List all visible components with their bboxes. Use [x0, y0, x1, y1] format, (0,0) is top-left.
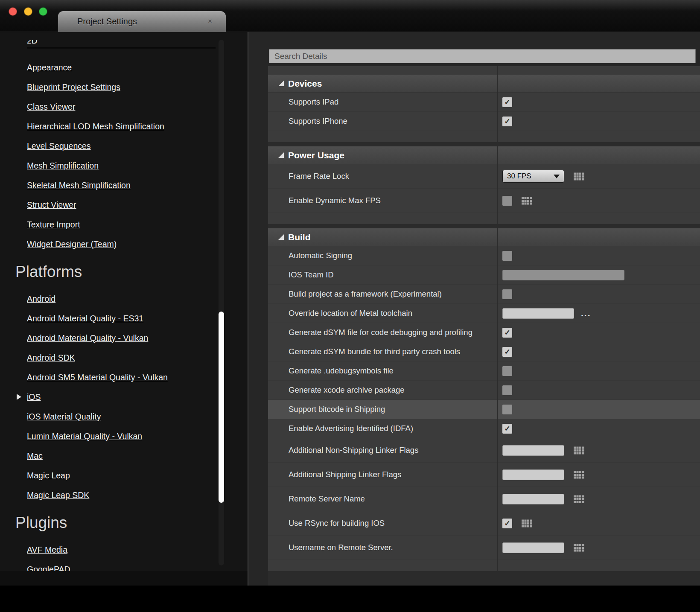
- frame-rate-lock-dropdown[interactable]: 30 FPS: [502, 170, 564, 183]
- supports-iphone-checkbox[interactable]: ✓: [502, 117, 512, 126]
- sidebar-item-2d[interactable]: 2D: [27, 40, 216, 47]
- build-project-as-a-framework-experimental-checkbox[interactable]: [502, 289, 512, 299]
- enable-dynamic-max-fps-checkbox[interactable]: [502, 196, 512, 206]
- sidebar-item-android-material-quality-vulkan[interactable]: Android Material Quality - Vulkan: [15, 328, 216, 348]
- support-bitcode-in-shipping-checkbox[interactable]: [502, 405, 512, 414]
- grid-icon[interactable]: [574, 446, 584, 455]
- property-value-cell: [497, 542, 700, 553]
- sidebar-item-android-material-quality-es31[interactable]: Android Material Quality - ES31: [15, 309, 216, 328]
- sidebar-item-class-viewer[interactable]: Class Viewer: [15, 97, 216, 117]
- username-on-remote-server-input[interactable]: [502, 542, 564, 553]
- column-divider: [497, 228, 498, 571]
- generate-udebugsymbols-file-checkbox[interactable]: [502, 366, 512, 376]
- override-location-of-metal-toolchain-input[interactable]: [502, 308, 574, 319]
- minimize-window-button[interactable]: [24, 7, 32, 16]
- property-row-ios-team-id: IOS Team ID: [268, 265, 700, 285]
- section-header-build[interactable]: Build: [268, 228, 700, 246]
- sidebar-item-label: Android: [27, 294, 55, 304]
- collapse-triangle-icon: [278, 152, 284, 158]
- grid-icon[interactable]: [574, 471, 584, 479]
- grid-icon[interactable]: [522, 519, 532, 527]
- grid-icon[interactable]: [522, 197, 532, 205]
- sidebar-item-label: GooglePAD: [27, 565, 70, 571]
- property-label: Supports IPad: [268, 97, 497, 107]
- property-label: Generate dSYM file for code debugging an…: [268, 328, 497, 337]
- property-row-generate-udebugsymbols-file: Generate .udebugsymbols file: [268, 361, 700, 381]
- sidebar-item-blueprint-project-settings[interactable]: Blueprint Project Settings: [15, 77, 216, 97]
- property-value-cell: [497, 494, 700, 504]
- sidebar-item-label: Appearance: [27, 63, 72, 73]
- property-label: Generate xcode archive package: [268, 385, 497, 395]
- maximize-window-button[interactable]: [39, 7, 47, 16]
- search-details-input[interactable]: [269, 49, 696, 63]
- details-top-strip: [268, 66, 700, 75]
- sidebar-item-mac[interactable]: Mac: [15, 446, 216, 466]
- property-label: Supports IPhone: [268, 117, 497, 126]
- sidebar-item-label: Magic Leap SDK: [27, 490, 89, 500]
- remote-server-name-input[interactable]: [502, 494, 564, 504]
- sidebar-item-label: Magic Leap: [27, 471, 70, 481]
- sidebar-item-googlepad[interactable]: GooglePAD: [15, 560, 216, 571]
- generate-dsym-bundle-for-third-party-crash-tools-checkbox[interactable]: ✓: [502, 347, 512, 357]
- sidebar-item-level-sequences[interactable]: Level Sequences: [15, 136, 216, 156]
- sidebar-item-label: Widget Designer (Team): [27, 239, 117, 249]
- sidebar-item-label: AVF Media: [27, 545, 67, 555]
- property-label: Enable Advertising Identified (IDFA): [268, 424, 497, 433]
- generate-dsym-file-for-code-debugging-and-profiling-checkbox[interactable]: ✓: [502, 328, 512, 338]
- close-tab-icon[interactable]: ×: [208, 17, 212, 26]
- property-label: Username on Remote Server.: [268, 543, 497, 552]
- column-divider: [497, 66, 498, 75]
- sidebar-scrollbar-thumb[interactable]: [219, 312, 224, 503]
- sidebar-item-label: Skeletal Mesh Simplification: [27, 181, 131, 190]
- sidebar-item-struct-viewer[interactable]: Struct Viewer: [15, 195, 216, 215]
- grid-icon[interactable]: [574, 172, 584, 181]
- sidebar-item-appearance[interactable]: Appearance: [15, 58, 216, 77]
- property-label: Frame Rate Lock: [268, 172, 497, 181]
- sidebar-item-texture-import[interactable]: Texture Import: [15, 215, 216, 234]
- ios-team-id-input[interactable]: [502, 270, 624, 280]
- property-value-cell: [497, 196, 700, 206]
- settings-nav-sidebar: 2DAppearanceBlueprint Project SettingsCl…: [0, 32, 248, 571]
- sidebar-item-skeletal-mesh-simplification[interactable]: Skeletal Mesh Simplification: [15, 175, 216, 195]
- section-header-devices[interactable]: Devices: [268, 75, 700, 93]
- generate-xcode-archive-package-checkbox[interactable]: [502, 385, 512, 395]
- sidebar-item-lumin-material-quality-vulkan[interactable]: Lumin Material Quality - Vulkan: [15, 426, 216, 446]
- grid-icon[interactable]: [574, 495, 584, 503]
- enable-advertising-identified-idfa-checkbox[interactable]: ✓: [502, 424, 512, 434]
- sidebar-item-label: iOS Material Quality: [27, 412, 101, 422]
- sidebar-item-android-sdk[interactable]: Android SDK: [15, 348, 216, 367]
- sidebar-item-magic-leap-sdk[interactable]: Magic Leap SDK: [15, 485, 216, 505]
- property-label: Support bitcode in Shipping: [268, 405, 497, 414]
- additional-non-shipping-linker-flags-input[interactable]: [502, 445, 564, 456]
- sidebar-item-ios[interactable]: iOS: [15, 387, 216, 407]
- automatic-signing-checkbox[interactable]: [502, 251, 512, 261]
- sidebar-item-avf-media[interactable]: AVF Media: [15, 540, 216, 560]
- close-window-button[interactable]: [9, 7, 17, 16]
- sidebar-item-label: Hierarchical LOD Mesh Simplification: [27, 122, 164, 131]
- browse-ellipsis-button[interactable]: ...: [581, 311, 591, 315]
- sidebar-item-magic-leap[interactable]: Magic Leap: [15, 466, 216, 485]
- section-header-power-usage[interactable]: Power Usage: [268, 146, 700, 164]
- sidebar-item-android-sm5-material-quality-vulkan[interactable]: Android SM5 Material Quality - Vulkan: [15, 367, 216, 387]
- tab-project-settings[interactable]: Project Settings ×: [58, 11, 226, 32]
- property-row-build-project-as-a-framework-experimental: Build project as a framework (Experiment…: [268, 285, 700, 304]
- sidebar-item-label: Mesh Simplification: [27, 161, 99, 171]
- property-label: Build project as a framework (Experiment…: [268, 289, 497, 299]
- sidebar-item-hierarchical-lod-mesh-simplification[interactable]: Hierarchical LOD Mesh Simplification: [15, 117, 216, 136]
- use-rsync-for-building-ios-checkbox[interactable]: ✓: [502, 519, 512, 528]
- project-settings-window: Project Settings × 2DAppearanceBlueprint…: [0, 0, 700, 612]
- sidebar-item-android[interactable]: Android: [15, 289, 216, 309]
- property-value-cell: [497, 366, 700, 376]
- property-value-cell: [497, 385, 700, 395]
- property-value-cell: ✓: [497, 97, 700, 107]
- property-row-override-location-of-metal-toolchain: Override location of Metal toolchain...: [268, 304, 700, 323]
- grid-icon[interactable]: [574, 544, 584, 552]
- additional-shipping-linker-flags-input[interactable]: [502, 469, 564, 480]
- property-row-username-on-remote-server: Username on Remote Server.: [268, 536, 700, 560]
- sidebar-item-label: Level Sequences: [27, 141, 91, 151]
- sidebar-item-mesh-simplification[interactable]: Mesh Simplification: [15, 156, 216, 175]
- supports-ipad-checkbox[interactable]: ✓: [502, 97, 512, 107]
- sidebar-heading-platforms: Platforms: [15, 258, 216, 286]
- sidebar-item-widget-designer-team[interactable]: Widget Designer (Team): [15, 234, 216, 254]
- sidebar-item-ios-material-quality[interactable]: iOS Material Quality: [15, 407, 216, 426]
